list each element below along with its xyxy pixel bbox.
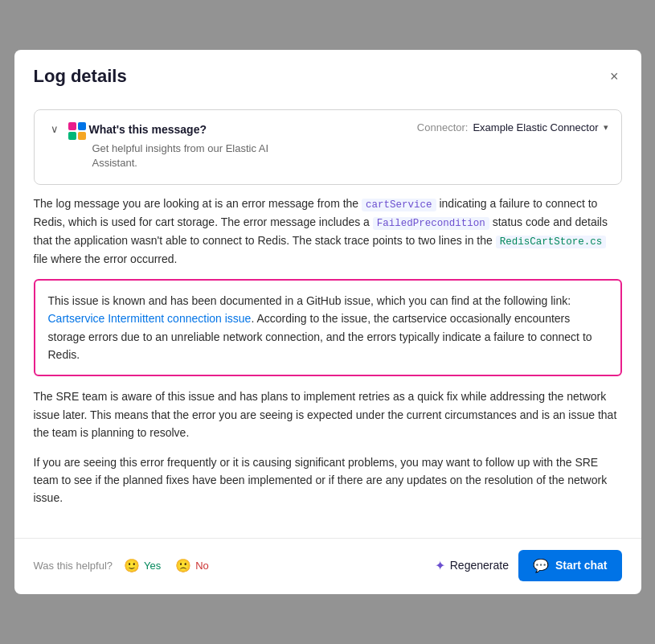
icon-square-green (68, 132, 76, 140)
frown-icon: 🙁 (175, 558, 191, 573)
cart-service-code: cartService (362, 199, 436, 211)
connector-name: Example Elastic Connector (473, 121, 598, 133)
regenerate-label: Regenerate (450, 559, 509, 572)
connector-dropdown-button[interactable]: ▾ (604, 122, 608, 133)
github-issue-link[interactable]: Cartservice Intermittent connection issu… (48, 312, 252, 325)
log-details-modal: Log details × ∨ (14, 50, 641, 594)
connector-section: Connector: Example Elastic Connector ▾ (417, 121, 608, 133)
icon-square-pink (68, 122, 76, 130)
ai-subtitle: Get helpful insights from our Elastic AI… (92, 142, 608, 170)
ai-brand-icon (68, 122, 83, 137)
sparkle-icon: ✦ (435, 558, 445, 573)
start-chat-button[interactable]: 💬 Start chat (518, 550, 622, 581)
paragraph-3: The SRE team is aware of this issue and … (34, 388, 622, 441)
ai-header: ∨ What's this message? Connector: Exampl… (47, 121, 608, 137)
modal-title: Log details (34, 66, 127, 87)
ai-assistant-section: ∨ What's this message? Connector: Exampl… (34, 109, 622, 184)
chat-icon: 💬 (533, 558, 549, 573)
ai-heading: What's this message? (89, 123, 207, 136)
yes-label: Yes (144, 560, 161, 572)
modal-header: Log details × (14, 50, 641, 100)
icon-square-blue (78, 122, 86, 130)
highlighted-pre-text: This issue is known and has been documen… (48, 294, 571, 307)
highlighted-issue-box: This issue is known and has been documen… (34, 279, 622, 377)
redis-cart-store-code: RedisCartStore.cs (496, 236, 607, 248)
p1-end: file where the error occurred. (34, 252, 178, 265)
helpful-section: Was this helpful? 🙂 Yes 🙁 No (34, 556, 212, 575)
modal-body: ∨ What's this message? Connector: Exampl… (14, 100, 641, 535)
paragraph-4: If you are seeing this error frequently … (34, 453, 622, 507)
modal-overlay: Log details × ∨ (0, 0, 655, 644)
close-button[interactable]: × (607, 66, 622, 87)
no-button[interactable]: 🙁 No (172, 556, 212, 575)
ai-header-left: ∨ What's this message? (47, 121, 207, 137)
p1-text-1: The log message you are looking at is an… (34, 197, 362, 210)
yes-button[interactable]: 🙂 Yes (121, 556, 164, 575)
footer-bar: Was this helpful? 🙂 Yes 🙁 No ✦ Regenerat… (14, 538, 641, 594)
no-label: No (195, 560, 209, 572)
content-area: The log message you are looking at is an… (34, 185, 622, 507)
start-chat-label: Start chat (555, 559, 608, 572)
failed-precondition-code: FailedPrecondition (373, 217, 489, 230)
collapse-button[interactable]: ∨ (47, 121, 62, 137)
regenerate-button[interactable]: ✦ Regenerate (435, 558, 509, 573)
chevron-down-icon: ∨ (51, 123, 59, 135)
icon-square-orange (78, 132, 86, 140)
action-buttons: ✦ Regenerate 💬 Start chat (435, 550, 622, 581)
connector-label: Connector: (417, 121, 469, 133)
smile-icon: 🙂 (124, 558, 140, 573)
paragraph-1: The log message you are looking at is an… (34, 195, 622, 268)
helpful-label: Was this helpful? (34, 560, 113, 572)
